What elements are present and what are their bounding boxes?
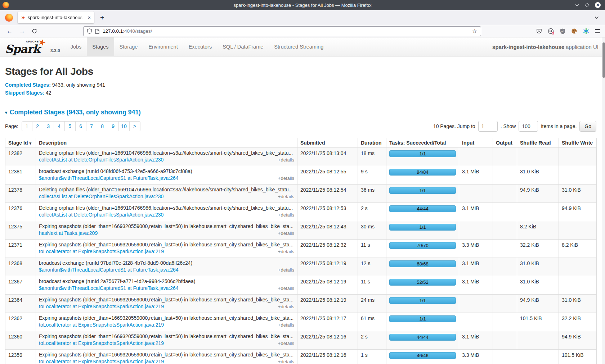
shuffle-write-cell: 94.9 KiB: [559, 203, 597, 221]
details-toggle[interactable]: +details: [278, 194, 294, 199]
cookie-icon[interactable]: [571, 28, 577, 34]
jump-to-input[interactable]: [478, 121, 498, 132]
callsite-link[interactable]: $anonfun$withThreadLocalCaptured$1 at Fu…: [39, 267, 179, 273]
callsite-link[interactable]: collectAsList at DeleteOrphanFilesSparkA…: [39, 212, 163, 218]
callsite-link[interactable]: hasNext at Tasks.java:209: [39, 230, 98, 236]
page-next-button[interactable]: >: [130, 121, 140, 131]
shuffle-write-cell: 94.9 KiB: [559, 331, 597, 350]
page-button[interactable]: 7: [86, 121, 97, 131]
page-button[interactable]: 3: [43, 121, 54, 131]
page-button[interactable]: 4: [54, 121, 65, 131]
shield-icon[interactable]: [87, 28, 92, 34]
tasks-cell: 52/52: [386, 276, 459, 295]
menu-hamburger-icon[interactable]: [595, 29, 600, 33]
col-shuffle-read[interactable]: Shuffle Read: [517, 138, 559, 148]
nav-item-jobs[interactable]: Jobs: [65, 37, 87, 56]
scrollbar-thumb[interactable]: [602, 42, 605, 78]
page-scrollbar[interactable]: [602, 37, 605, 364]
back-button[interactable]: ←: [6, 28, 13, 34]
details-toggle[interactable]: +details: [278, 176, 294, 181]
browser-tab[interactable]: ★ spark-ingest-into-lakehous ×: [18, 12, 94, 23]
shuffle-read-cell: 32.2 KiB: [517, 240, 559, 258]
col-description[interactable]: Description: [36, 138, 297, 148]
close-button[interactable]: ✕: [595, 2, 601, 8]
callsite-link[interactable]: toLocalIterator at ExpireSnapshotsSparkA…: [39, 304, 164, 309]
ublock-shield-icon[interactable]: uO: [560, 28, 565, 34]
col-tasks[interactable]: Tasks: Succeeded/Total: [386, 138, 459, 148]
page-button[interactable]: 10: [119, 121, 130, 131]
sort-desc-icon: ▾: [29, 141, 31, 145]
page-size-input[interactable]: [519, 121, 538, 132]
list-tabs-chevron-icon[interactable]: [594, 15, 599, 20]
details-toggle[interactable]: +details: [278, 322, 294, 328]
page-button[interactable]: 5: [65, 121, 76, 131]
new-tab-button[interactable]: +: [100, 14, 104, 21]
forward-button[interactable]: →: [19, 28, 25, 34]
details-toggle[interactable]: +details: [278, 212, 294, 218]
details-toggle[interactable]: +details: [278, 359, 294, 364]
skipped-stages-value: 42: [46, 90, 51, 96]
callsite-link[interactable]: toLocalIterator at ExpireSnapshotsSparkA…: [39, 322, 164, 328]
callsite-link[interactable]: toLocalIterator at ExpireSnapshotsSparkA…: [39, 340, 164, 346]
callsite-link[interactable]: $anonfun$withThreadLocalCaptured$1 at Fu…: [39, 285, 179, 291]
callsite-link[interactable]: toLocalIterator at ExpireSnapshotsSparkA…: [39, 249, 164, 254]
col-output[interactable]: Output: [493, 138, 517, 148]
details-toggle[interactable]: +details: [278, 341, 294, 346]
table-header-row: Stage Id▾ Description Submitted Duration…: [5, 138, 597, 148]
col-stage-id[interactable]: Stage Id▾: [5, 138, 36, 148]
spark-logo[interactable]: APACHE Spark ★: [5, 37, 50, 56]
shuffle-read-cell: [517, 350, 559, 364]
asterisk-extension-icon[interactable]: [583, 28, 589, 34]
nav-item-sql-dataframe[interactable]: SQL / DataFrame: [217, 37, 269, 56]
page-button[interactable]: 6: [76, 121, 86, 131]
maximize-button[interactable]: [585, 3, 590, 8]
page-button[interactable]: 2: [32, 121, 43, 131]
shuffle-read-cell: 31.0 KiB: [517, 276, 559, 295]
stage-description: Deleting orphan files (older_than=166910…: [39, 149, 294, 156]
firefox-icon[interactable]: [5, 14, 13, 22]
callsite-link[interactable]: collectAsList at DeleteOrphanFilesSparkA…: [39, 157, 163, 163]
details-toggle[interactable]: +details: [278, 304, 294, 309]
tab-close-icon[interactable]: ×: [88, 15, 91, 20]
description-cell: broadcast exchange (runId 97bdf70e-2f28-…: [36, 258, 297, 276]
shuffle-write-cell: [559, 258, 597, 276]
url-bar[interactable]: 127.0.0.1:4040/stages/ ☆: [83, 26, 481, 36]
col-submitted[interactable]: Submitted: [297, 138, 358, 148]
reload-button[interactable]: [32, 28, 37, 34]
url-text[interactable]: 127.0.0.1:4040/stages/: [103, 28, 469, 34]
shuffle-read-cell: [517, 203, 559, 221]
bookmark-star-icon[interactable]: ☆: [472, 28, 477, 34]
window-titlebar[interactable]: spark-ingest-into-lakehouse - Stages for…: [0, 0, 605, 10]
page-button[interactable]: 1: [22, 121, 32, 131]
col-duration[interactable]: Duration: [358, 138, 386, 148]
details-toggle[interactable]: +details: [278, 157, 294, 163]
shuffle-read-cell: 101.5 KiB: [517, 313, 559, 331]
details-toggle[interactable]: +details: [278, 267, 294, 273]
callsite-link[interactable]: collectAsList at DeleteOrphanFilesSparkA…: [39, 194, 163, 199]
page-button[interactable]: 9: [108, 121, 119, 131]
page-button[interactable]: 8: [97, 121, 108, 131]
callsite-link[interactable]: $anonfun$withThreadLocalCaptured$1 at Fu…: [39, 175, 179, 181]
nav-item-storage[interactable]: Storage: [114, 37, 143, 56]
nav-item-environment[interactable]: Environment: [143, 37, 183, 56]
page-info-icon[interactable]: [95, 29, 99, 34]
completed-stages-section-toggle[interactable]: ▾ Completed Stages (9433, only showing 9…: [5, 109, 596, 116]
stage-id-cell: 12360: [5, 331, 36, 350]
details-toggle[interactable]: +details: [278, 286, 294, 291]
shuffle-write-cell: 101.5 KiB: [559, 350, 597, 364]
details-toggle[interactable]: +details: [278, 231, 294, 236]
nav-item-stages[interactable]: Stages: [87, 37, 114, 56]
details-toggle[interactable]: +details: [278, 249, 294, 254]
input-cell: [459, 221, 493, 240]
minimize-button[interactable]: [575, 3, 579, 8]
containers-extension-icon[interactable]: [548, 28, 554, 35]
description-cell: Expiring snapshots (older_than=166932055…: [36, 331, 297, 350]
col-input[interactable]: Input: [459, 138, 493, 148]
callsite-link[interactable]: toLocalIterator at ExpireSnapshotsSparkA…: [39, 359, 164, 364]
col-shuffle-write[interactable]: Shuffle Write: [559, 138, 597, 148]
nav-item-structured-streaming[interactable]: Structured Streaming: [269, 37, 329, 56]
nav-item-executors[interactable]: Executors: [183, 37, 217, 56]
go-button[interactable]: Go: [579, 121, 596, 132]
pocket-icon[interactable]: [536, 28, 542, 34]
input-cell: 3.1 MiB: [459, 203, 493, 221]
